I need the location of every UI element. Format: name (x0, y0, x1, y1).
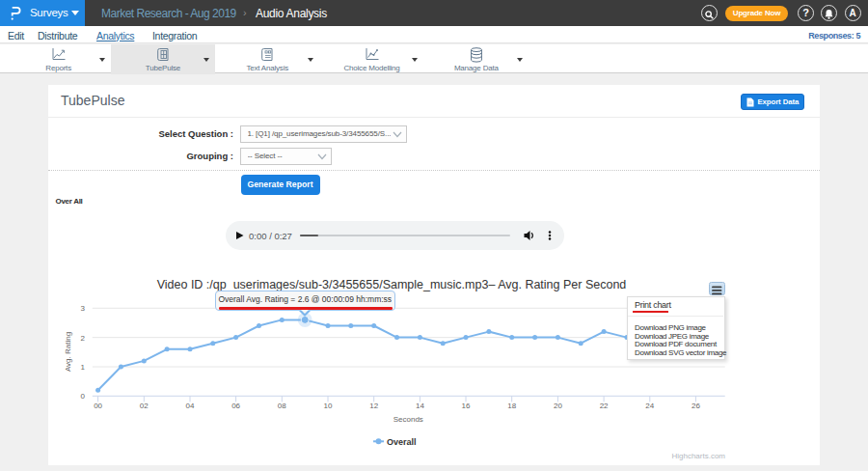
svg-text:10: 10 (324, 402, 333, 410)
svg-text:1: 1 (81, 363, 86, 372)
svg-text:Seconds: Seconds (393, 415, 423, 424)
svg-text:18: 18 (507, 402, 516, 410)
svg-text:Highcharts.com: Highcharts.com (671, 452, 725, 460)
svg-text:16: 16 (462, 402, 471, 410)
svg-text:04: 04 (186, 402, 195, 410)
svg-text:06: 06 (231, 402, 240, 410)
svg-text:12: 12 (369, 402, 378, 410)
svg-text:2: 2 (81, 334, 86, 343)
svg-text:22: 22 (600, 402, 609, 410)
svg-text:3: 3 (81, 304, 86, 313)
svg-text:26: 26 (692, 402, 700, 410)
svg-text:14: 14 (416, 402, 424, 410)
svg-text:02: 02 (140, 402, 149, 410)
svg-text:Avg. Rating: Avg. Rating (64, 332, 72, 372)
svg-text:20: 20 (554, 402, 562, 410)
svg-text:0: 0 (81, 392, 86, 401)
svg-text:08: 08 (278, 402, 286, 410)
svg-text:24: 24 (645, 402, 654, 410)
svg-text:00: 00 (94, 402, 102, 410)
svg-text:Overall: Overall (387, 437, 417, 447)
